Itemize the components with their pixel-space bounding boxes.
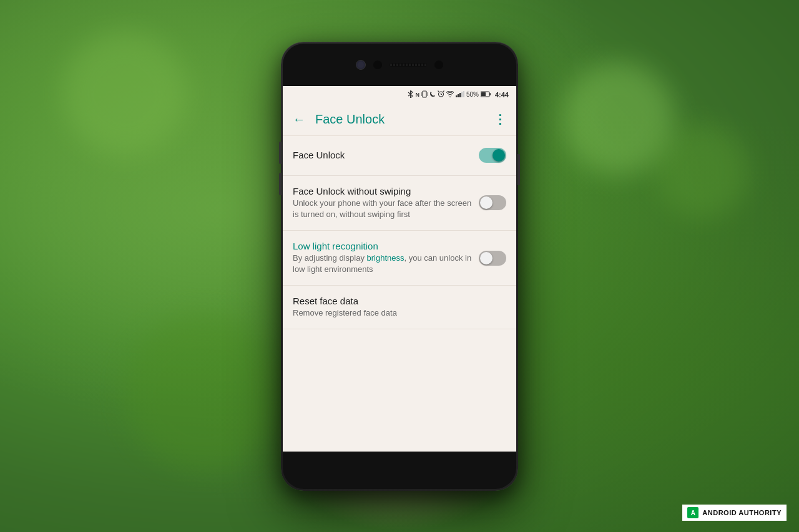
watermark-text: Android Authority bbox=[702, 509, 782, 516]
svg-rect-8 bbox=[459, 93, 461, 97]
alarm-icon bbox=[438, 90, 444, 99]
setting-low-light-subtitle: By adjusting display brightness, you can… bbox=[293, 253, 479, 275]
setting-face-unlock-no-swipe[interactable]: Face Unlock without swiping Unlock your … bbox=[283, 176, 516, 231]
sensor bbox=[373, 60, 382, 69]
phone-container: N bbox=[281, 42, 518, 491]
setting-low-light-text: Low light recognition By adjusting displ… bbox=[293, 241, 479, 275]
back-button[interactable]: ← bbox=[293, 112, 305, 127]
bluetooth-icon bbox=[408, 90, 413, 99]
toggle-thumb-off-2 bbox=[480, 252, 493, 264]
phone-inner: N bbox=[283, 44, 516, 489]
setting-reset-face[interactable]: Reset face data Remove registered face d… bbox=[283, 286, 516, 329]
bokeh-4 bbox=[562, 62, 674, 175]
volume-down-button bbox=[279, 173, 282, 195]
svg-rect-9 bbox=[461, 92, 463, 97]
face-unlock-no-swipe-toggle[interactable] bbox=[479, 195, 506, 210]
svg-rect-13 bbox=[481, 92, 486, 96]
status-icons: N bbox=[408, 90, 509, 99]
status-time: 4:44 bbox=[495, 91, 509, 99]
speaker bbox=[390, 63, 427, 67]
phone-outer: N bbox=[281, 42, 518, 491]
low-light-toggle[interactable] bbox=[479, 251, 506, 266]
setting-reset-face-text: Reset face data Remove registered face d… bbox=[293, 296, 506, 319]
setting-low-light[interactable]: Low light recognition By adjusting displ… bbox=[283, 231, 516, 286]
call-icon bbox=[429, 91, 436, 99]
setting-face-unlock-no-swipe-title: Face Unlock without swiping bbox=[293, 186, 479, 196]
nfc-icon: N bbox=[415, 92, 419, 98]
setting-reset-face-title: Reset face data bbox=[293, 296, 506, 306]
app-bar: ← Face Unlock ⋮ bbox=[283, 104, 516, 136]
watermark-icon-letter: A bbox=[691, 510, 695, 516]
top-bezel bbox=[283, 44, 516, 86]
setting-face-unlock-text: Face Unlock bbox=[293, 150, 479, 162]
setting-face-unlock-no-swipe-subtitle: Unlock your phone with your face after t… bbox=[293, 198, 479, 220]
vibrate-icon bbox=[421, 90, 428, 99]
power-button bbox=[517, 154, 520, 185]
battery-percent: 50% bbox=[466, 91, 479, 98]
bottom-bezel bbox=[283, 452, 516, 489]
toggle-thumb-on bbox=[493, 149, 505, 162]
signal-icon bbox=[456, 91, 464, 99]
bokeh-3 bbox=[125, 314, 281, 470]
selfie-camera bbox=[356, 60, 366, 70]
svg-rect-10 bbox=[463, 91, 464, 97]
svg-rect-7 bbox=[458, 94, 459, 97]
bokeh-1 bbox=[62, 31, 187, 156]
status-bar: N bbox=[283, 86, 516, 104]
watermark-icon: A bbox=[687, 507, 699, 518]
setting-reset-face-subtitle: Remove registered face data bbox=[293, 307, 506, 319]
watermark: A Android Authority bbox=[682, 505, 787, 521]
battery-icon bbox=[481, 91, 491, 99]
light-sensor bbox=[434, 60, 443, 69]
svg-rect-6 bbox=[456, 95, 458, 97]
svg-rect-12 bbox=[489, 93, 491, 95]
overflow-menu-button[interactable]: ⋮ bbox=[494, 112, 506, 127]
face-unlock-toggle[interactable] bbox=[479, 148, 506, 163]
phone-screen: N bbox=[283, 86, 516, 452]
setting-face-unlock-no-swipe-text: Face Unlock without swiping Unlock your … bbox=[293, 186, 479, 220]
app-bar-title: Face Unlock bbox=[315, 112, 494, 127]
setting-face-unlock[interactable]: Face Unlock bbox=[283, 136, 516, 176]
volume-up-button bbox=[279, 142, 282, 164]
setting-low-light-title: Low light recognition bbox=[293, 241, 479, 251]
setting-face-unlock-title: Face Unlock bbox=[293, 150, 479, 160]
svg-rect-0 bbox=[423, 91, 426, 97]
settings-content: Face Unlock Face Unlock without swiping … bbox=[283, 136, 516, 330]
wifi-icon bbox=[446, 91, 454, 99]
